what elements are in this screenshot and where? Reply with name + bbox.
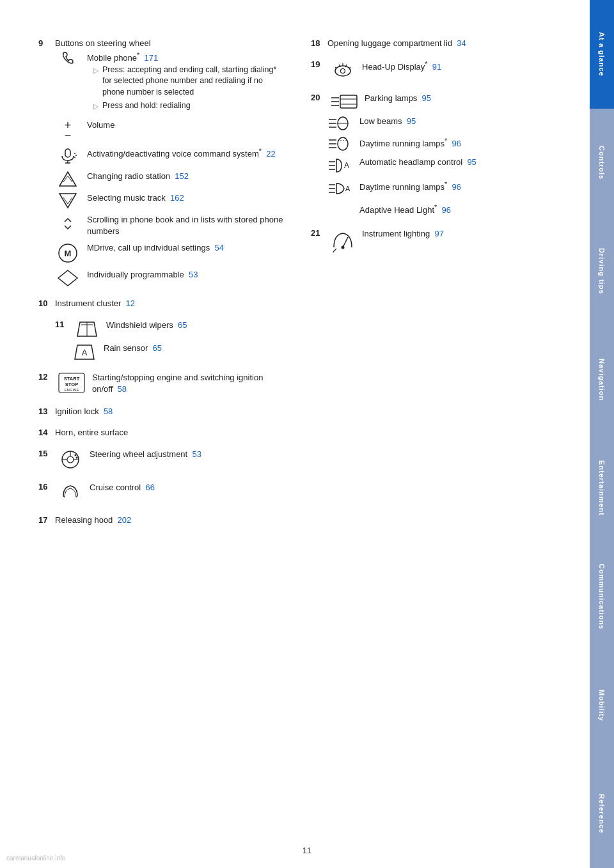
windshield-link[interactable]: 65 bbox=[178, 320, 187, 330]
entry-num-15: 15 bbox=[38, 449, 51, 458]
hud-icon bbox=[330, 59, 356, 81]
steering-adj-text: Steering wheel adjustment 53 bbox=[90, 449, 285, 460]
tab-communications[interactable]: Communications bbox=[590, 543, 614, 651]
tab-controls[interactable]: Controls bbox=[590, 109, 614, 217]
tab-navigation[interactable]: Navigation bbox=[590, 325, 614, 434]
entry-13-link[interactable]: 58 bbox=[104, 407, 113, 416]
entry-16: 16 Cruise control 66 bbox=[38, 482, 285, 504]
svg-point-21 bbox=[67, 456, 74, 463]
drl2-icon: A bbox=[327, 180, 353, 198]
entry-num-14: 14 bbox=[38, 428, 51, 437]
entry-14: 14 Horn, entire surface bbox=[38, 428, 285, 437]
instrument-lighting-link[interactable]: 97 bbox=[434, 229, 443, 238]
entry-title-14: Horn, entire surface bbox=[55, 428, 128, 437]
entry-10-link[interactable]: 12 bbox=[126, 298, 135, 308]
windshield-text: Windshield wipers 65 bbox=[106, 320, 285, 331]
svg-line-34 bbox=[335, 67, 336, 68]
entry-10: 10 Instrument cluster 12 bbox=[38, 298, 285, 308]
svg-line-60 bbox=[343, 237, 348, 247]
entry-num-10: 10 bbox=[38, 298, 51, 308]
tab-bar: At a glance Controls Driving tips Naviga… bbox=[590, 0, 614, 868]
radio-icon bbox=[55, 171, 81, 187]
svg-point-26 bbox=[76, 457, 78, 459]
drl-text: Daytime running lamps* 96 bbox=[359, 136, 558, 150]
tab-mobility[interactable]: Mobility bbox=[590, 651, 614, 760]
entry-title-13: Ignition lock 58 bbox=[55, 407, 113, 416]
ahl-link[interactable]: 96 bbox=[442, 205, 451, 215]
svg-text:START: START bbox=[64, 376, 80, 382]
parking-lamps-link[interactable]: 95 bbox=[422, 93, 431, 103]
main-content: 9 Buttons on steering wheel bbox=[0, 0, 590, 868]
mdrive-link[interactable]: 54 bbox=[214, 243, 223, 252]
radio-link[interactable]: 152 bbox=[175, 171, 189, 181]
prog-link[interactable]: 53 bbox=[189, 270, 198, 279]
entry-num-19: 19 bbox=[311, 59, 324, 69]
tab-reference[interactable]: Reference bbox=[590, 759, 614, 868]
entry-17: 17 Releasing hood 202 bbox=[38, 515, 285, 525]
svg-rect-39 bbox=[340, 95, 357, 108]
voice-cmd-link[interactable]: 22 bbox=[266, 149, 275, 159]
entry-11: 11 Windshield wipers 65 bbox=[38, 320, 285, 360]
low-beams-icon bbox=[327, 116, 353, 131]
svg-marker-7 bbox=[59, 194, 76, 208]
hud-text: Head-Up Display* 91 bbox=[362, 59, 558, 74]
entry-12: 12 START STOP ENGINE Starting/stopping e… bbox=[38, 372, 285, 395]
sub-bullet-1: Press: accepting and ending call, starti… bbox=[102, 65, 285, 98]
entry-17-link[interactable]: 202 bbox=[118, 515, 132, 525]
svg-point-4 bbox=[75, 155, 77, 156]
mdrive-icon: M bbox=[55, 242, 81, 264]
tab-entertainment[interactable]: Entertainment bbox=[590, 434, 614, 543]
auto-headlamp-text: Automatic headlamp control 95 bbox=[359, 157, 558, 168]
svg-rect-0 bbox=[65, 149, 70, 157]
rain-sensor-text: Rain sensor 65 bbox=[104, 343, 285, 354]
phonebook-icon bbox=[55, 214, 81, 233]
svg-point-3 bbox=[74, 153, 75, 154]
drl-link[interactable]: 96 bbox=[452, 139, 460, 148]
drl-icon bbox=[327, 136, 353, 151]
entry-num-20: 20 bbox=[311, 93, 324, 102]
drl2-text: Daytime running lamps* 96 bbox=[359, 180, 558, 194]
low-beams-text: Low beams 95 bbox=[359, 116, 558, 127]
page-number: 11 bbox=[303, 846, 311, 855]
music-track-link[interactable]: 162 bbox=[170, 193, 184, 203]
tab-driving-tips[interactable]: Driving tips bbox=[590, 217, 614, 326]
parking-lamps-text: Parking lamps 95 bbox=[365, 93, 558, 104]
steering-adj-link[interactable]: 53 bbox=[192, 449, 201, 459]
watermark: carmanualonline.info bbox=[6, 855, 65, 862]
start-stop-link[interactable]: 58 bbox=[118, 384, 127, 394]
phone-page-link[interactable]: 171 bbox=[145, 53, 159, 63]
svg-line-35 bbox=[349, 67, 350, 68]
hud-link[interactable]: 91 bbox=[432, 62, 441, 72]
entry-num-12: 12 bbox=[38, 372, 51, 382]
svg-point-5 bbox=[74, 157, 75, 158]
phonebook-text: Scrolling in phone book and in lists wit… bbox=[87, 214, 285, 237]
instrument-lighting-text: Instrument lighting 97 bbox=[362, 228, 558, 240]
start-stop-icon: START STOP ENGINE bbox=[58, 372, 86, 394]
cruise-text: Cruise control 66 bbox=[90, 482, 285, 493]
drl2-link[interactable]: 96 bbox=[452, 182, 460, 192]
entry-title-17: Releasing hood 202 bbox=[55, 515, 131, 525]
sub-bullet-2: Press and hold: redialing bbox=[102, 100, 191, 112]
entry-18-link[interactable]: 34 bbox=[457, 38, 466, 48]
rain-sensor-link[interactable]: 65 bbox=[153, 343, 162, 353]
entry-num-9: 9 bbox=[38, 38, 51, 48]
phone-text: Mobile phone* 171 ▷ Press: accepting and… bbox=[87, 50, 285, 114]
prog-text: Individually programmable 53 bbox=[87, 269, 285, 281]
svg-marker-6 bbox=[59, 172, 76, 186]
entry-title-18: Opening luggage compartment lid 34 bbox=[327, 38, 466, 48]
tab-at-a-glance[interactable]: At a glance bbox=[590, 0, 614, 109]
entry-num-11: 11 bbox=[55, 320, 68, 329]
auto-headlamp-link[interactable]: 95 bbox=[467, 157, 476, 167]
low-beams-link[interactable]: 95 bbox=[407, 116, 416, 126]
phone-icon bbox=[55, 50, 81, 70]
right-column: 18 Opening luggage compartment lid 34 19 bbox=[311, 38, 558, 536]
entry-num-17: 17 bbox=[38, 515, 51, 525]
voice-cmd-icon bbox=[55, 146, 81, 166]
entry-18: 18 Opening luggage compartment lid 34 bbox=[311, 38, 558, 48]
voice-cmd-text: Activating/deactivating voice command sy… bbox=[87, 146, 285, 160]
svg-point-61 bbox=[342, 245, 345, 249]
music-track-text: Selecting music track 162 bbox=[87, 192, 285, 204]
cruise-link[interactable]: 66 bbox=[145, 483, 154, 492]
volume-text: Volume bbox=[87, 120, 285, 131]
svg-text:ENGINE: ENGINE bbox=[64, 388, 79, 392]
